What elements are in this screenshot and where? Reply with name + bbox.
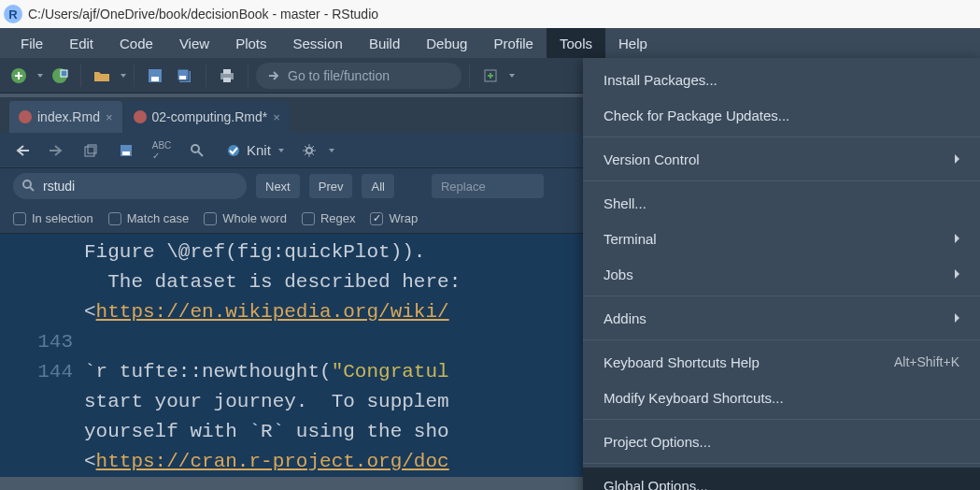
shortcut-label: Alt+Shift+K <box>894 354 959 369</box>
chevron-down-icon[interactable] <box>37 74 43 78</box>
svg-point-17 <box>228 145 239 156</box>
checkbox-icon <box>108 212 121 225</box>
menuitem-shell[interactable]: Shell... <box>583 185 980 221</box>
rmd-file-icon <box>134 110 147 123</box>
menubar: File Edit Code View Plots Session Build … <box>0 28 980 58</box>
menuitem-global-options[interactable]: Global Options... <box>583 468 980 490</box>
chevron-down-icon <box>278 149 284 152</box>
divider <box>469 65 470 87</box>
menu-separator <box>583 463 980 464</box>
svg-rect-13 <box>88 145 96 153</box>
regex-checkbox[interactable]: Regex <box>302 211 356 225</box>
menuitem-modify-keyboard-shortcuts[interactable]: Modify Keyboard Shortcuts... <box>583 380 980 415</box>
settings-button[interactable] <box>295 137 323 164</box>
match-case-checkbox[interactable]: Match case <box>108 211 189 225</box>
find-input[interactable]: rstudi <box>13 173 247 199</box>
menuitem-jobs[interactable]: Jobs <box>583 256 980 292</box>
checkbox-label: Match case <box>127 211 189 225</box>
window-title: C:/Users/ajf/OneDrive/book/decisionBook … <box>28 7 378 22</box>
submenu-arrow-icon <box>955 269 959 279</box>
menuitem-keyboard-shortcuts-help[interactable]: Keyboard Shortcuts Help Alt+Shift+K <box>583 344 980 380</box>
menu-separator <box>583 180 980 181</box>
svg-rect-12 <box>85 147 94 156</box>
replace-input[interactable]: Replace <box>432 174 544 198</box>
submenu-arrow-icon <box>955 313 959 323</box>
menu-code[interactable]: Code <box>107 28 166 58</box>
addins-button[interactable] <box>477 63 504 89</box>
gutter: 143 144 <box>0 234 84 477</box>
save-doc-button[interactable] <box>112 137 140 164</box>
menu-help[interactable]: Help <box>605 28 660 58</box>
new-file-button[interactable] <box>6 63 32 89</box>
line-number: 144 <box>0 357 73 387</box>
menu-plots[interactable]: Plots <box>222 28 279 58</box>
divider <box>80 65 81 87</box>
svg-rect-2 <box>61 70 67 77</box>
menuitem-terminal[interactable]: Terminal <box>583 221 980 256</box>
whole-word-checkbox[interactable]: Whole word <box>204 211 287 225</box>
close-icon[interactable]: × <box>273 110 280 124</box>
menuitem-install-packages[interactable]: Install Packages... <box>583 62 980 97</box>
find-prev-button[interactable]: Prev <box>309 174 353 198</box>
knit-label: Knit <box>247 142 271 158</box>
menu-edit[interactable]: Edit <box>56 28 107 58</box>
close-icon[interactable]: × <box>106 110 113 124</box>
menuitem-project-options[interactable]: Project Options... <box>583 424 980 459</box>
goto-file-input[interactable]: Go to file/function <box>256 63 462 89</box>
find-replace-button[interactable] <box>183 137 211 164</box>
menuitem-check-package-updates[interactable]: Check for Package Updates... <box>583 97 980 133</box>
menu-file[interactable]: File <box>7 28 56 58</box>
search-icon <box>22 180 36 193</box>
tab-index-rmd[interactable]: index.Rmd × <box>9 101 122 133</box>
titlebar: R C:/Users/ajf/OneDrive/book/decisionBoo… <box>0 0 980 28</box>
menu-view[interactable]: View <box>166 28 222 58</box>
knit-button[interactable]: Knit <box>219 142 291 158</box>
svg-rect-15 <box>122 151 130 155</box>
back-button[interactable] <box>9 137 37 164</box>
chevron-down-icon[interactable] <box>121 74 126 78</box>
in-selection-checkbox[interactable]: In selection <box>13 211 93 225</box>
print-button[interactable] <box>214 63 240 89</box>
rstudio-logo-icon: R <box>4 5 22 23</box>
line-number: 143 <box>0 327 73 357</box>
menu-tools[interactable]: Tools <box>547 28 605 58</box>
menu-session[interactable]: Session <box>280 28 356 58</box>
forward-button[interactable] <box>41 137 69 164</box>
knit-icon <box>226 143 241 158</box>
menu-separator <box>583 419 980 420</box>
svg-rect-4 <box>151 77 159 81</box>
save-button[interactable] <box>142 63 168 89</box>
svg-rect-10 <box>223 78 231 82</box>
menu-profile[interactable]: Profile <box>480 28 547 58</box>
submenu-arrow-icon <box>955 234 959 243</box>
chevron-down-icon[interactable] <box>509 74 515 78</box>
tab-02-computing-rmd[interactable]: 02-computing.Rmd* × <box>124 101 290 133</box>
goto-placeholder: Go to file/function <box>288 68 390 83</box>
svg-point-19 <box>23 180 31 188</box>
menuitem-version-control[interactable]: Version Control <box>583 141 980 177</box>
menu-separator <box>583 295 980 296</box>
divider <box>134 65 135 87</box>
submenu-arrow-icon <box>955 154 959 164</box>
svg-point-16 <box>192 145 199 152</box>
wrap-checkbox[interactable]: Wrap <box>370 211 418 225</box>
divider <box>206 65 206 87</box>
menu-build[interactable]: Build <box>356 28 413 58</box>
checkbox-icon <box>302 212 315 225</box>
open-file-button[interactable] <box>89 63 115 89</box>
rmd-file-icon <box>19 110 32 123</box>
svg-rect-9 <box>223 69 231 74</box>
find-next-button[interactable]: Next <box>256 174 300 198</box>
new-project-button[interactable] <box>47 63 73 89</box>
chevron-down-icon[interactable] <box>329 149 334 152</box>
menuitem-addins[interactable]: Addins <box>583 300 980 336</box>
tab-label: index.Rmd <box>37 109 100 124</box>
menu-debug[interactable]: Debug <box>413 28 480 58</box>
show-in-new-window-button[interactable] <box>77 137 105 164</box>
checkbox-icon <box>204 212 217 225</box>
checkbox-label: Whole word <box>222 211 287 225</box>
checkbox-icon <box>13 212 26 225</box>
spellcheck-button[interactable]: ABC✓ <box>148 137 176 164</box>
save-all-button[interactable] <box>172 63 198 89</box>
find-all-button[interactable]: All <box>362 174 393 198</box>
